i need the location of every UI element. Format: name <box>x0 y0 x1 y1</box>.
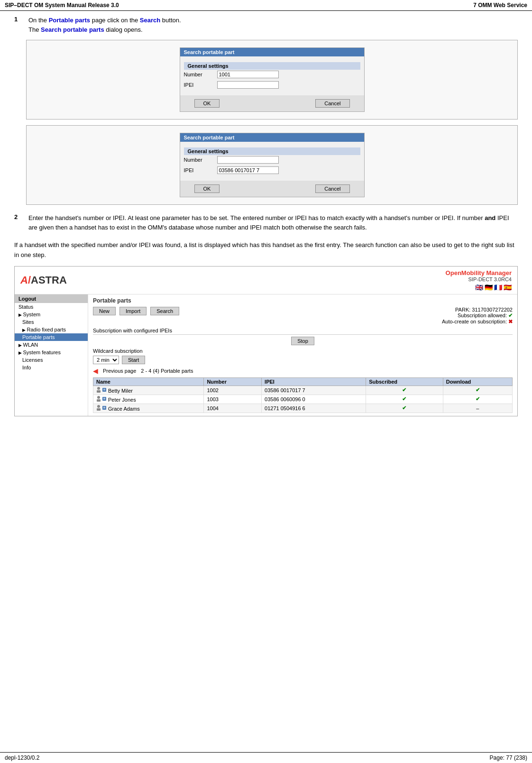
step-1-number: 1 <box>14 16 26 34</box>
portable-parts-table: Name Number IPEI Subscribed Download Bet… <box>93 377 513 413</box>
screenshot-2: Search portable part General settings Nu… <box>26 125 518 205</box>
import-button[interactable]: Import <box>119 307 147 315</box>
dialog-2-body: General settings Number IPEI 03586 00170… <box>180 142 364 181</box>
logout-button[interactable]: Logout <box>15 294 88 303</box>
dialog-1: Search portable part General settings Nu… <box>180 47 365 112</box>
omm-flags: 🇬🇧 🇩🇪 🇫🇷 🇪🇸 <box>446 284 512 291</box>
flag-fr[interactable]: 🇫🇷 <box>494 284 502 291</box>
dialog-2-number-input[interactable] <box>217 156 279 164</box>
previous-page-label[interactable]: Previous page <box>103 368 136 374</box>
row-download: ✔ <box>443 395 512 404</box>
dialog-2-ipei-input[interactable]: 03586 0017017 7 <box>217 166 279 174</box>
row-download: – <box>443 404 512 413</box>
wildcard-label: Wildcard subscription <box>93 348 513 354</box>
footer-right: Page: 77 (238) <box>490 754 527 761</box>
table-row[interactable]: Peter Jones100303586 0060096 0✔✔ <box>93 395 513 404</box>
svg-rect-9 <box>103 399 105 399</box>
dialog-1-buttons: OK Cancel <box>180 95 364 111</box>
sidebar-item-portable-parts[interactable]: Portable parts <box>15 333 88 341</box>
dialog-1-ok-button[interactable]: OK <box>194 99 220 108</box>
omm-main-panel: Portable parts New Import Search PARK: 3… <box>88 294 517 416</box>
dialog-1-number-row: Number 1001 <box>184 71 360 78</box>
paragraph-text: If a handset with the specified number a… <box>14 240 518 260</box>
dialog-2-number-label: Number <box>184 157 217 163</box>
sidebar-item-licenses[interactable]: Licenses <box>15 356 88 364</box>
dialog-1-cancel-button[interactable]: Cancel <box>315 99 349 108</box>
sidebar-item-system-features[interactable]: System features <box>15 349 88 356</box>
svg-rect-6 <box>97 399 101 402</box>
wildcard-row: 2 min Start <box>93 356 513 364</box>
col-number: Number <box>204 377 262 386</box>
svg-point-5 <box>97 396 100 399</box>
step-2-number: 2 <box>14 213 26 232</box>
row-name: Betty Miler <box>93 386 204 395</box>
row-name: Grace Adams <box>93 404 204 413</box>
search-button[interactable]: Search <box>150 307 179 315</box>
auto-create: Auto-create on subscription: ✖ <box>442 319 513 325</box>
dialog-2-title: Search portable part <box>180 133 364 142</box>
row-name: Peter Jones <box>93 395 204 404</box>
table-row[interactable]: Betty Miler100203586 0017017 7✔✔ <box>93 386 513 395</box>
omm-logo: A/ASTRA <box>20 274 67 286</box>
flag-uk[interactable]: 🇬🇧 <box>475 284 483 291</box>
step-2-line: 2 Enter the handset's number or IPEI. At… <box>14 213 518 232</box>
park-label: PARK: 31170307272202 <box>442 307 513 313</box>
new-button[interactable]: New <box>93 307 116 315</box>
header-left: SIP–DECT OM System Manual Release 3.0 <box>5 2 119 9</box>
search-link[interactable]: Search <box>140 17 160 24</box>
omm-sidebar: Logout Status System Sites Radio fixed p… <box>15 294 88 416</box>
omm-page-title: Portable parts <box>93 297 513 304</box>
dialog-2-cancel-button[interactable]: Cancel <box>315 184 349 193</box>
dialog-2-ok-button[interactable]: OK <box>194 184 220 193</box>
omm-screenshot: A/ASTRA OpenMobility Manager SIP-DECT 3.… <box>14 266 518 416</box>
row-ipei: 01271 0504916 6 <box>262 404 366 413</box>
sidebar-item-system[interactable]: System <box>15 311 88 318</box>
col-subscribed: Subscribed <box>366 377 443 386</box>
flag-de[interactable]: 🇩🇪 <box>485 284 493 291</box>
sidebar-item-sites[interactable]: Sites <box>15 318 88 326</box>
omm-brand-title: OpenMobility Manager <box>446 269 512 276</box>
step-2-text: Enter the handset's number or IPEI. At l… <box>28 213 518 232</box>
page-info: 2 - 4 (4) Portable parts <box>141 368 193 374</box>
svg-rect-1 <box>97 390 101 393</box>
row-subscribed: ✔ <box>366 404 443 413</box>
dialog-1-body: General settings Number 1001 IPEI <box>180 56 364 95</box>
sidebar-item-wlan[interactable]: WLAN <box>15 341 88 349</box>
row-subscribed: ✔ <box>366 395 443 404</box>
svg-rect-3 <box>103 389 105 389</box>
stop-button[interactable]: Stop <box>291 337 314 345</box>
sidebar-item-status[interactable]: Status <box>15 303 88 311</box>
subscription-allowed: Subscription allowed: ✔ <box>442 313 513 319</box>
header-right: 7 OMM Web Service <box>473 2 527 9</box>
dialog-1-ipei-row: IPEI <box>184 81 360 89</box>
svg-point-0 <box>97 387 100 390</box>
stop-area: Stop <box>93 337 513 345</box>
dialog-2-buttons: OK Cancel <box>180 181 364 197</box>
step-1-text: On the Portable parts page click on the … <box>28 16 181 34</box>
auto-create-icon: ✖ <box>508 319 513 324</box>
page-footer: depl-1230/0.2 Page: 77 (238) <box>0 752 532 763</box>
wildcard-select[interactable]: 2 min <box>93 356 119 364</box>
dialog-1-ipei-label: IPEI <box>184 82 217 88</box>
row-download: ✔ <box>443 386 512 395</box>
row-ipei: 03586 0060096 0 <box>262 395 366 404</box>
dialog-1-ipei-input[interactable] <box>217 81 279 89</box>
sidebar-item-radio-fixed-parts[interactable]: Radio fixed parts <box>15 326 88 333</box>
flag-es[interactable]: 🇪🇸 <box>504 284 512 291</box>
dialog-1-number-input[interactable]: 1001 <box>217 71 279 78</box>
table-row[interactable]: Grace Adams100401271 0504916 6✔– <box>93 404 513 413</box>
main-content: 1 On the Portable parts page click on th… <box>0 11 532 450</box>
step-1-line: 1 On the Portable parts page click on th… <box>14 16 518 34</box>
subscription-section-label: Subscription with configured IPEIs <box>93 328 513 335</box>
start-button[interactable]: Start <box>122 356 145 364</box>
logo-astra: ASTRA <box>31 274 67 286</box>
portable-parts-link[interactable]: Portable parts <box>49 17 90 24</box>
svg-rect-8 <box>103 398 105 398</box>
dialog-2-section: General settings <box>184 147 360 155</box>
row-ipei: 03586 0017017 7 <box>262 386 366 395</box>
sidebar-item-info[interactable]: Info <box>15 364 88 371</box>
svg-rect-14 <box>103 408 105 408</box>
omm-pagination: ◀ Previous page 2 - 4 (4) Portable parts <box>93 367 513 375</box>
dialog-2-number-row: Number <box>184 156 360 164</box>
omm-brand-sub: SIP-DECT 3.0RC4 <box>446 276 512 282</box>
